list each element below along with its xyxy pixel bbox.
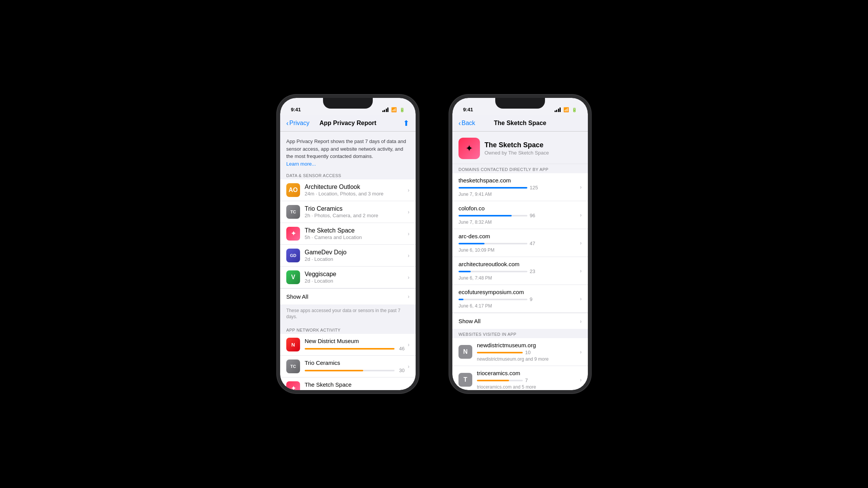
list-item[interactable]: V Veggiscape 2d · Location › xyxy=(280,267,416,288)
battery-icon: 🔋 xyxy=(572,107,577,112)
domain-item[interactable]: ecofuturesymposium.com 9 June 6, 4:17 PM… xyxy=(452,285,588,313)
back-button[interactable]: ‹ Privacy xyxy=(286,120,309,127)
website-progress-bar xyxy=(477,380,523,381)
show-all-domains-button[interactable]: Show All › xyxy=(452,313,588,329)
share-icon[interactable]: ⬆ xyxy=(403,119,410,128)
screen-content: ✦ The Sketch Space Owned by The Sketch S… xyxy=(452,132,588,390)
domain-progress-bar xyxy=(458,215,527,216)
app-name: Architecture Outlook xyxy=(305,184,405,190)
description-text: App Privacy Report shows the past 7 days… xyxy=(286,138,410,160)
app-icon-trio: TC xyxy=(286,359,300,373)
show-all-sensor-button[interactable]: Show All › xyxy=(280,288,416,304)
show-all-label: Show All xyxy=(458,318,577,324)
domain-fill xyxy=(458,187,527,189)
website-sub: trioceramics.com and 5 more xyxy=(477,384,577,390)
list-item[interactable]: TC Trio Ceramics 2h · Photos, Camera, an… xyxy=(280,201,416,223)
domain-date: June 6, 4:17 PM xyxy=(458,303,577,309)
progress-fill xyxy=(305,348,395,350)
chevron-right-icon: › xyxy=(408,363,410,369)
page-title: The Sketch Space xyxy=(494,120,547,127)
chevron-right-icon: › xyxy=(580,268,582,274)
bar-value: 46 xyxy=(397,346,405,351)
back-button[interactable]: ‹ Back xyxy=(458,120,475,127)
list-item[interactable]: N New District Museum 46 › xyxy=(280,334,416,356)
app-name: GameDev Dojo xyxy=(305,249,405,256)
nav-bar: ‹ Back The Sketch Space xyxy=(452,115,588,132)
domain-date: June 6, 10:09 PM xyxy=(458,247,577,253)
wifi-icon: 📶 xyxy=(391,107,397,112)
battery-icon: 🔋 xyxy=(400,107,405,112)
data-sensor-section-header: DATA & SENSOR ACCESS xyxy=(280,170,416,179)
chevron-right-icon: › xyxy=(408,231,410,237)
list-item[interactable]: ✦ The Sketch Space 25 › xyxy=(280,377,416,390)
website-item[interactable]: T trioceramics.com 7 trioceramics.com an… xyxy=(452,366,588,390)
website-name: newdistrictmuseum.org xyxy=(477,342,577,348)
list-item[interactable]: ✦ The Sketch Space 5h · Camera and Locat… xyxy=(280,223,416,245)
chevron-right-icon: › xyxy=(408,342,410,348)
progress-bar xyxy=(305,348,395,350)
domains-section-header: DOMAINS CONTACTED DIRECTLY BY APP xyxy=(452,164,588,173)
website-fill xyxy=(477,352,523,353)
signal-bars-icon xyxy=(555,107,561,112)
domain-date: June 7, 9:41 AM xyxy=(458,192,577,197)
domain-count: 96 xyxy=(530,213,535,218)
app-name: Veggiscape xyxy=(305,271,405,278)
domain-item[interactable]: colofon.co 96 June 7, 8:32 AM › xyxy=(452,201,588,229)
notch xyxy=(495,98,545,109)
chevron-left-icon: ‹ xyxy=(286,120,289,127)
app-subtitle: 2d · Location xyxy=(305,278,405,284)
chevron-right-icon: › xyxy=(408,385,410,390)
domain-count: 125 xyxy=(530,185,538,190)
domain-name: architectureoutlook.com xyxy=(458,261,577,267)
learn-more-link[interactable]: Learn more... xyxy=(286,161,316,167)
app-detail-header: ✦ The Sketch Space Owned by The Sketch S… xyxy=(452,132,588,164)
chevron-left-icon: ‹ xyxy=(458,120,461,127)
domain-progress-bar xyxy=(458,243,527,244)
app-icon-ao: AO xyxy=(286,183,300,197)
chevron-right-icon: › xyxy=(580,296,582,302)
phone-2: 9:41 📶 🔋 ‹ Back The Sketch Space xyxy=(449,95,591,393)
chevron-right-icon: › xyxy=(580,349,582,355)
app-icon-sketch-large: ✦ xyxy=(458,138,480,159)
domain-name: ecofuturesymposium.com xyxy=(458,289,577,295)
domain-fill xyxy=(458,243,485,244)
domain-item[interactable]: thesketchspace.com 125 June 7, 9:41 AM › xyxy=(452,173,588,201)
nav-bar: ‹ Privacy App Privacy Report ⬆ xyxy=(280,115,416,132)
chevron-right-icon: › xyxy=(580,318,582,324)
domain-item[interactable]: architectureoutlook.com 23 June 6, 7:48 … xyxy=(452,257,588,285)
status-icons: 📶 🔋 xyxy=(382,107,405,112)
app-icon-gamedev: GD xyxy=(286,249,300,262)
domain-progress-bar xyxy=(458,187,527,189)
website-icon-n: N xyxy=(458,345,472,359)
list-item[interactable]: GD GameDev Dojo 2d · Location › xyxy=(280,245,416,267)
domain-fill xyxy=(458,215,512,216)
app-name: The Sketch Space xyxy=(305,381,405,388)
wifi-icon: 📶 xyxy=(563,107,569,112)
website-item[interactable]: N newdistrictmuseum.org 10 newdistrictmu… xyxy=(452,338,588,366)
app-name: The Sketch Space xyxy=(305,227,405,234)
chevron-right-icon: › xyxy=(408,293,410,299)
description-block: App Privacy Report shows the past 7 days… xyxy=(280,132,416,170)
website-sub: newdistrictmuseum.org and 9 more xyxy=(477,356,577,362)
footer-note: These apps accessed your data or sensors… xyxy=(280,304,416,325)
website-fill xyxy=(477,380,509,381)
list-item[interactable]: TC Trio Ceramics 30 › xyxy=(280,356,416,377)
back-label: Privacy xyxy=(289,120,309,127)
domain-date: June 7, 8:32 AM xyxy=(458,220,577,225)
domain-item[interactable]: arc-des.com 47 June 6, 10:09 PM › xyxy=(452,229,588,257)
app-icon-museum: N xyxy=(286,338,300,351)
domain-progress-bar xyxy=(458,299,527,300)
phone-1: 9:41 📶 🔋 ‹ Privacy App Privacy Report ⬆ xyxy=(277,95,419,393)
app-subtitle: 2h · Photos, Camera, and 2 more xyxy=(305,213,405,218)
chevron-right-icon: › xyxy=(408,187,410,193)
app-icon-sketch: ✦ xyxy=(286,381,300,390)
website-count: 10 xyxy=(525,350,530,355)
website-progress-bar xyxy=(477,352,523,353)
app-subtitle: 5h · Camera and Location xyxy=(305,234,405,240)
app-subtitle: 24m · Location, Photos, and 3 more xyxy=(305,191,405,197)
app-name: Trio Ceramics xyxy=(305,205,405,212)
bar-value: 25 xyxy=(397,389,405,390)
app-name: Trio Ceramics xyxy=(305,359,405,366)
list-item[interactable]: AO Architecture Outlook 24m · Location, … xyxy=(280,179,416,201)
status-time: 9:41 xyxy=(291,107,301,112)
